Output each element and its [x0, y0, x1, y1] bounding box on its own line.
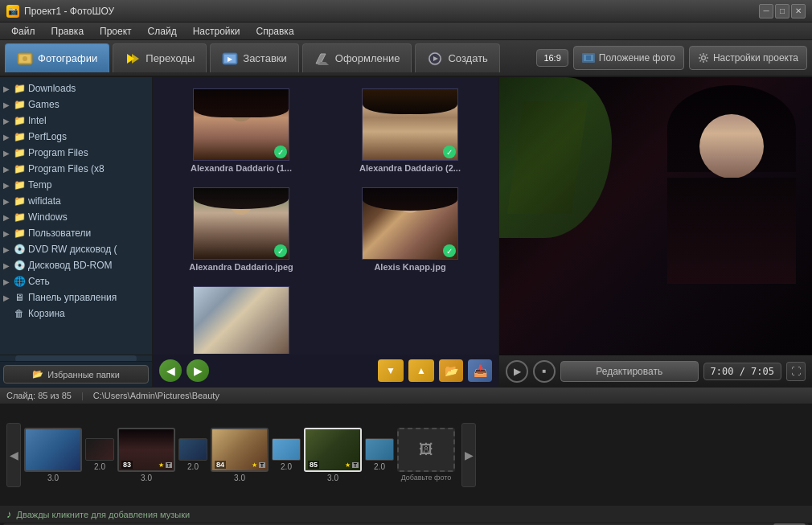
- transition-thumb-3[interactable]: [272, 438, 301, 461]
- photo-thumb-3: ✓: [193, 187, 289, 260]
- title-controls: ─ □ ✕: [759, 4, 806, 18]
- bdrom-icon: 💿: [13, 259, 26, 272]
- close-button[interactable]: ✕: [791, 4, 806, 18]
- menu-settings[interactable]: Настройки: [185, 23, 248, 40]
- app-icon: 📷: [6, 5, 19, 18]
- tree-item-program-files[interactable]: ▶ 📁 Program Files: [0, 145, 152, 161]
- favorites-button[interactable]: 📂 Избранные папки: [3, 365, 149, 383]
- photo-item-2[interactable]: ✓ Alexandra Daddario (2...: [330, 85, 490, 176]
- move-down-button[interactable]: ▼: [378, 359, 404, 382]
- slide-thumb-83[interactable]: 83 ★ T: [117, 428, 175, 472]
- tree-item-dvd[interactable]: ▶ 💿 DVD RW дисковод (: [0, 241, 152, 257]
- screensavers-icon: ▶: [222, 51, 238, 67]
- tree-item-bdrom[interactable]: ▶ 💿 Дисковод BD-ROM: [0, 257, 152, 273]
- add-to-slideshow-button[interactable]: 📥: [468, 359, 492, 382]
- photo-thumb-2: ✓: [362, 88, 458, 161]
- transition-box-1: 2.0: [85, 438, 114, 471]
- slide-group-1: 3.0: [24, 428, 82, 482]
- photo-item-4[interactable]: ✓ Alexis Knapp.jpg: [330, 184, 490, 275]
- slide-group-add: 🖼 Добавьте фото: [397, 428, 455, 482]
- file-tree[interactable]: ▶ 📁 Downloads ▶ 📁 Games ▶ 📁 Intel ▶ 📁 Pe…: [0, 77, 152, 355]
- navigate-forward-button[interactable]: ▶: [187, 359, 209, 382]
- slide-box-add[interactable]: 🖼 Добавьте фото: [397, 428, 455, 482]
- slide-box-85[interactable]: 85 ★ T 3.0: [304, 428, 362, 482]
- photo-item-5[interactable]: [161, 283, 322, 354]
- file-panel: ▶ 📁 Downloads ▶ 📁 Games ▶ 📁 Intel ▶ 📁 Pe…: [0, 77, 153, 387]
- tab-screensavers-label: Заставки: [243, 52, 286, 64]
- transition-thumb-2[interactable]: [178, 438, 207, 461]
- slide-box-1[interactable]: 3.0: [24, 428, 82, 482]
- slide-thumb-add[interactable]: 🖼: [397, 428, 455, 472]
- tree-item-intel[interactable]: ▶ 📁 Intel: [0, 113, 152, 129]
- menu-help[interactable]: Справка: [248, 23, 301, 40]
- music-bar[interactable]: ♪ Дважды кликните для добавления музыки: [0, 505, 812, 523]
- slide-box-84[interactable]: 84 ★ T 3.0: [211, 428, 269, 482]
- photo-check-2: ✓: [443, 146, 456, 158]
- svg-text:▶: ▶: [228, 55, 233, 63]
- navigate-back-button[interactable]: ◀: [159, 359, 182, 382]
- tree-item-windows[interactable]: ▶ 📁 Windows: [0, 209, 152, 225]
- edit-button[interactable]: Редактировать: [560, 361, 699, 382]
- file-path: C:\Users\Admin\Pictures\Beauty: [93, 391, 219, 400]
- slide-thumb-85[interactable]: 85 ★ T: [304, 428, 362, 472]
- tab-transitions[interactable]: Переходы: [113, 43, 207, 72]
- timeline-prev-button[interactable]: ◀: [6, 423, 21, 487]
- slide-thumb-84[interactable]: 84 ★ T: [211, 428, 269, 472]
- photo-label-3: Alexandra Daddario.jpeg: [189, 262, 293, 272]
- folder-icon: 📁: [13, 130, 26, 143]
- transition-time-4: 2.0: [374, 462, 385, 471]
- photo-thumb-1: ✓: [193, 88, 289, 161]
- menu-file[interactable]: Файл: [3, 23, 43, 40]
- design-icon: [314, 51, 330, 67]
- timeline-scroll[interactable]: ◀ 3.0 2.0 83 ★ T: [0, 404, 812, 505]
- aspect-ratio-button[interactable]: 16:9: [536, 49, 568, 67]
- tab-create[interactable]: Создать: [415, 43, 499, 72]
- menu-slide[interactable]: Слайд: [140, 23, 185, 40]
- transition-time-1: 2.0: [94, 462, 105, 471]
- photo-item-1[interactable]: ✓ Alexandra Daddario (1...: [161, 85, 322, 176]
- tab-photos[interactable]: Фотографии: [5, 43, 109, 72]
- project-settings-button[interactable]: Настройки проекта: [689, 46, 807, 70]
- timeline-next-button[interactable]: ▶: [461, 423, 476, 487]
- tree-item-users[interactable]: ▶ 📁 Пользователи: [0, 225, 152, 241]
- folder-icon: 📁: [13, 162, 26, 175]
- tree-item-wifidata[interactable]: ▶ 📁 wifidata: [0, 193, 152, 209]
- move-up-button[interactable]: ▲: [408, 359, 434, 382]
- photo-label-1: Alexandra Daddario (1...: [191, 163, 292, 173]
- transition-thumb-1[interactable]: [85, 438, 114, 461]
- photo-check-4: ✓: [443, 244, 456, 257]
- tree-item-temp[interactable]: ▶ 📁 Temp: [0, 177, 152, 193]
- menu-edit[interactable]: Правка: [43, 23, 92, 40]
- tree-item-network[interactable]: ▶ 🌐 Сеть: [0, 273, 152, 289]
- folder-icon: 📁: [13, 82, 26, 95]
- tree-item-downloads[interactable]: ▶ 📁 Downloads: [0, 80, 152, 96]
- photo-check-3: ✓: [274, 244, 287, 257]
- tree-item-perflogs[interactable]: ▶ 📁 PerfLogs: [0, 129, 152, 145]
- stop-button[interactable]: ■: [533, 360, 556, 383]
- time-display: 7:00 / 7:05: [703, 363, 781, 380]
- network-icon: 🌐: [13, 275, 26, 288]
- tree-item-control-panel[interactable]: ▶ 🖥 Панель управления: [0, 289, 152, 306]
- minimize-button[interactable]: ─: [759, 4, 773, 18]
- photos-icon: [17, 51, 33, 67]
- status-bar: Слайд: 85 из 85 | C:\Users\Admin\Picture…: [0, 387, 812, 404]
- photo-label-2: Alexandra Daddario (2...: [359, 163, 461, 173]
- menu-project[interactable]: Проект: [92, 23, 140, 40]
- tab-screensavers[interactable]: ▶ Заставки: [210, 43, 298, 72]
- open-folder-button[interactable]: 📂: [439, 359, 463, 382]
- dvd-icon: 💿: [13, 243, 26, 256]
- tab-design[interactable]: Оформление: [302, 43, 412, 72]
- svg-point-2: [23, 56, 27, 61]
- play-button[interactable]: ▶: [506, 360, 528, 383]
- transition-thumb-4[interactable]: [365, 438, 394, 461]
- fullscreen-button[interactable]: ⛶: [786, 362, 806, 381]
- tree-item-program-files-x86[interactable]: ▶ 📁 Program Files (x8: [0, 161, 152, 177]
- photo-position-button[interactable]: Положение фото: [573, 46, 684, 70]
- tree-item-games[interactable]: ▶ 📁 Games: [0, 96, 152, 113]
- tab-design-label: Оформление: [335, 52, 400, 64]
- photo-item-3[interactable]: ✓ Alexandra Daddario.jpeg: [161, 184, 322, 275]
- slide-thumb-1[interactable]: [24, 428, 82, 472]
- maximize-button[interactable]: □: [775, 4, 789, 18]
- slide-box-83[interactable]: 83 ★ T 3.0: [117, 428, 175, 482]
- tree-item-trash[interactable]: 🗑 Корзина: [0, 306, 152, 322]
